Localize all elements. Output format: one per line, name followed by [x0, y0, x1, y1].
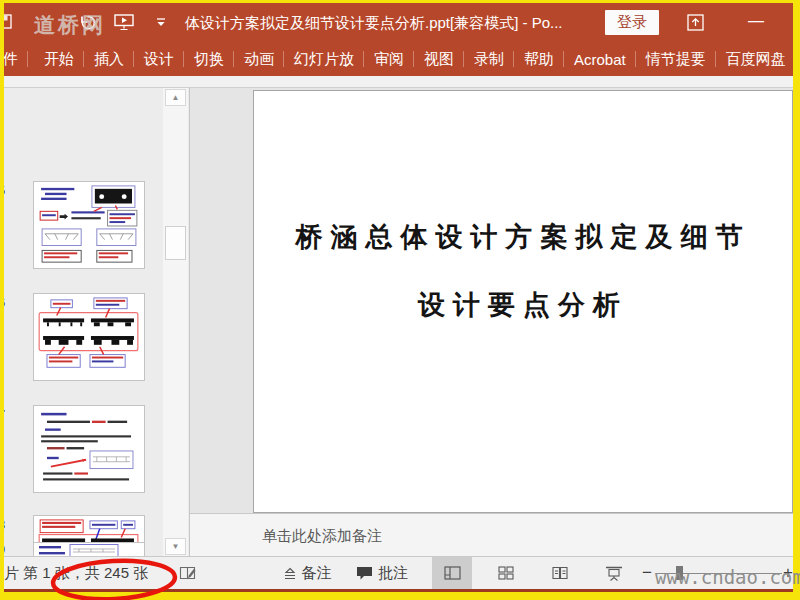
- tab-view[interactable]: 视图: [414, 42, 464, 76]
- minimize-button[interactable]: —: [748, 12, 764, 30]
- tab-acrobat[interactable]: Acrobat: [564, 42, 636, 76]
- normal-view-icon: [444, 566, 461, 580]
- normal-view-button[interactable]: [432, 557, 472, 589]
- screenshot-frame: 体设计方案拟定及细节设计要点分析.ppt[兼容模式] - Po... 登录 — …: [0, 0, 800, 600]
- title-bar: 体设计方案拟定及细节设计要点分析.ppt[兼容模式] - Po... 登录 —: [4, 3, 793, 42]
- chevron-down-icon: [156, 18, 166, 28]
- save-icon[interactable]: [4, 14, 12, 29]
- notes-toggle-button[interactable]: 备注: [278, 557, 336, 589]
- comment-bubble-icon: [356, 566, 373, 580]
- tab-review[interactable]: 审阅: [364, 42, 414, 76]
- tab-design[interactable]: 设计: [134, 42, 184, 76]
- ribbon-display-options-icon[interactable]: [687, 14, 704, 31]
- scroll-down-button[interactable]: ▼: [165, 538, 186, 555]
- slide-thumbnail-5[interactable]: [33, 181, 145, 269]
- tab-slideshow[interactable]: 幻灯片放: [284, 42, 364, 76]
- slide-number: 8: [4, 517, 14, 532]
- login-button[interactable]: 登录: [605, 10, 659, 35]
- scroll-up-button[interactable]: ▲: [165, 89, 186, 106]
- tab-help[interactable]: 帮助: [514, 42, 564, 76]
- window-bottom-edge: [4, 589, 793, 592]
- tab-storyboarding[interactable]: 情节提要: [636, 42, 716, 76]
- reading-view-icon: [551, 566, 569, 580]
- notes-icon: [283, 567, 297, 580]
- slide-number: 5: [4, 183, 14, 198]
- slideshow-view-button[interactable]: [594, 557, 634, 589]
- start-slideshow-icon[interactable]: [114, 14, 135, 31]
- ribbon-collapsed-strip: [4, 76, 793, 88]
- undo-icon[interactable]: [78, 14, 97, 31]
- slide-counter: 幻灯片 第 1 张，共 245 张: [4, 557, 148, 589]
- zoom-slider-track[interactable]: [656, 573, 782, 574]
- thumbnails-scrollbar[interactable]: ▲: [163, 88, 188, 556]
- main-area: 5 6: [4, 88, 793, 556]
- slide-canvas[interactable]: 桥涵总体设计方案拟定及细节 设计要点分析: [253, 90, 793, 513]
- slide-thumbnail-9[interactable]: [33, 542, 145, 556]
- thumbnail-graphic: [34, 182, 144, 268]
- tab-transitions[interactable]: 切换: [184, 42, 234, 76]
- slide-number: 6: [4, 295, 14, 310]
- powerpoint-window: 体设计方案拟定及细节设计要点分析.ppt[兼容模式] - Po... 登录 — …: [4, 3, 793, 592]
- notes-pane[interactable]: 单击此处添加备注: [190, 513, 793, 556]
- scrollbar-thumb[interactable]: [165, 226, 186, 260]
- save-icon-glyph: [4, 14, 12, 29]
- tab-insert[interactable]: 插入: [84, 42, 134, 76]
- tab-file[interactable]: 文件: [4, 42, 28, 76]
- notes-button-label: 备注: [302, 557, 332, 589]
- tab-baidu-netdisk[interactable]: 百度网盘: [716, 42, 793, 76]
- window-title: 体设计方案拟定及细节设计要点分析.ppt[兼容模式] - Po...: [185, 3, 563, 42]
- slideshow-icon-glyph: [114, 14, 135, 31]
- zoom-out-button[interactable]: −: [642, 557, 652, 589]
- thumbnail-graphic: [34, 543, 144, 556]
- slide-title-line1[interactable]: 桥涵总体设计方案拟定及细节: [254, 219, 792, 255]
- slide-thumbnails-pane: 5 6: [4, 88, 163, 556]
- tab-animations[interactable]: 动画: [234, 42, 284, 76]
- ribbon-tab-bar: 文件 开始 插入 设计 切换 动画 幻灯片放 审阅 视图 录制 帮助 Acrob…: [4, 42, 793, 76]
- zoom-in-button[interactable]: +: [783, 557, 793, 589]
- comments-button-label: 批注: [378, 557, 408, 589]
- notes-placeholder[interactable]: 单击此处添加备注: [262, 527, 382, 546]
- slide-number: 9: [4, 542, 14, 557]
- ribbon-display-glyph: [687, 14, 704, 31]
- slideshow-view-icon: [605, 566, 623, 581]
- proofing-button[interactable]: [176, 557, 200, 589]
- reading-view-button[interactable]: [540, 557, 580, 589]
- slide-number: 7: [4, 407, 14, 422]
- thumbnail-graphic: [34, 294, 144, 380]
- slide-editor-area: 桥涵总体设计方案拟定及细节 设计要点分析: [190, 88, 793, 513]
- zoom-slider-handle[interactable]: [676, 566, 683, 580]
- undo-icon-glyph: [78, 14, 97, 31]
- slide-sorter-icon: [498, 566, 514, 580]
- customize-quick-access-icon[interactable]: [156, 18, 166, 28]
- tab-home[interactable]: 开始: [28, 42, 84, 76]
- slide-title-line2[interactable]: 设计要点分析: [254, 287, 792, 323]
- thumbnail-graphic: [34, 406, 144, 492]
- tab-record[interactable]: 录制: [464, 42, 514, 76]
- comments-button[interactable]: 批注: [353, 557, 411, 589]
- status-bar: 幻灯片 第 1 张，共 245 张 备注 批注: [4, 556, 793, 589]
- slide-thumbnail-6[interactable]: [33, 293, 145, 381]
- slide-sorter-view-button[interactable]: [486, 557, 526, 589]
- proofing-book-icon: [179, 565, 198, 581]
- slide-thumbnail-7[interactable]: [33, 405, 145, 493]
